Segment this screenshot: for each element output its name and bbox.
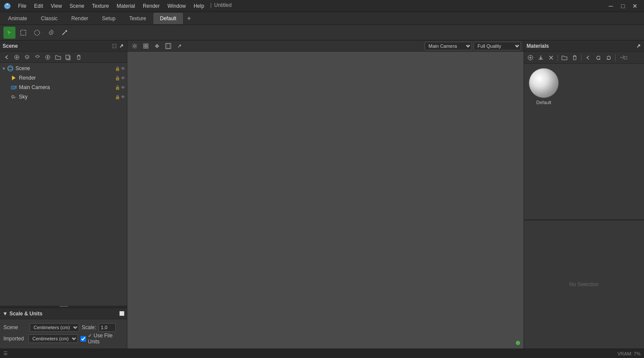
circle-select-tool-btn[interactable] <box>31 27 43 39</box>
tree-expand-scene[interactable]: ▼ <box>2 66 7 71</box>
scale-scene-row: Scene Centimeters (cm) Scale: <box>3 322 123 333</box>
viewport-snap-btn[interactable] <box>141 41 151 51</box>
tab-texture[interactable]: Texture <box>123 13 152 24</box>
menu-edit[interactable]: Edit <box>31 2 46 10</box>
sky-vis-btn[interactable]: 👁 <box>121 95 125 99</box>
tree-item-main-camera[interactable]: ▶ Main Camera 🔒 👁 <box>0 83 127 92</box>
project-title: Untitled <box>214 2 232 10</box>
status-bar: ☰ VRAM: 7% <box>0 349 644 358</box>
material-item-default[interactable]: Default <box>527 66 561 107</box>
svg-point-17 <box>12 87 14 89</box>
menu-view[interactable]: View <box>47 2 65 10</box>
scene-toolbar-add-btn[interactable] <box>12 53 22 62</box>
rect-select-tool-btn[interactable] <box>17 27 29 39</box>
materials-panel-title: Materials <box>527 43 549 49</box>
mat-refresh-btn[interactable] <box>604 53 613 62</box>
tree-item-scene[interactable]: ▼ Scene 🔒 👁 <box>0 64 127 73</box>
scene-toolbar-folder-btn[interactable] <box>53 53 63 62</box>
menu-texture[interactable]: Texture <box>89 2 112 10</box>
minimize-btn[interactable]: ─ <box>605 2 616 10</box>
scene-toolbar-back-btn[interactable] <box>2 53 11 62</box>
menu-material[interactable]: Material <box>113 2 139 10</box>
mat-folder-btn[interactable] <box>560 53 569 62</box>
mat-sep3 <box>615 54 616 61</box>
menu-render[interactable]: Render <box>139 2 163 10</box>
svg-marker-28 <box>599 58 601 59</box>
camera-vis-btn[interactable]: 👁 <box>121 85 125 90</box>
scene-toolbar-layers-btn[interactable] <box>22 53 32 62</box>
camera-icon <box>10 84 17 91</box>
close-btn[interactable]: ✕ <box>629 2 641 10</box>
viewport-status-indicator <box>516 341 520 345</box>
svg-marker-29 <box>607 58 608 59</box>
menu-bar: File Edit View Scene Texture Material Re… <box>15 2 602 10</box>
render-lock-btn[interactable]: 🔒 <box>115 76 120 80</box>
materials-expand-btn[interactable]: ↗ <box>635 43 641 49</box>
scene-panel-expand-btn[interactable] <box>111 43 117 49</box>
tree-label-render: Render <box>19 75 115 81</box>
scene-lock-btn[interactable]: 🔒 <box>115 66 120 71</box>
menu-scene[interactable]: Scene <box>66 2 88 10</box>
mat-x-btn[interactable] <box>546 53 556 62</box>
svg-rect-21 <box>146 44 148 46</box>
statusbar-menu-btn[interactable]: ☰ <box>3 351 8 356</box>
scale-value-input[interactable] <box>99 323 116 332</box>
viewport-layout-btn[interactable] <box>163 41 173 51</box>
camera-lock-btn[interactable]: 🔒 <box>115 85 120 90</box>
scale-scene-unit-select[interactable]: Centimeters (cm) <box>30 323 79 332</box>
scale-units-header[interactable]: ▼ Scale & Units ⬜ <box>0 308 127 319</box>
mat-import-btn[interactable] <box>536 53 545 62</box>
viewport-quality-select[interactable]: Full Quality <box>474 42 521 50</box>
use-file-units-checkbox[interactable] <box>80 336 86 342</box>
left-panel: Scene ↗ <box>0 40 127 349</box>
scene-toolbar-merge-btn[interactable] <box>43 53 52 62</box>
render-vis-btn[interactable]: 👁 <box>121 76 125 80</box>
scene-toolbar-copy-btn[interactable] <box>64 53 73 62</box>
scene-vis-btn[interactable]: 👁 <box>121 66 125 71</box>
mat-reset-btn[interactable] <box>594 53 603 62</box>
maximize-btn[interactable]: □ <box>617 2 629 10</box>
menu-window[interactable]: Window <box>164 2 189 10</box>
mat-delete-btn[interactable] <box>570 53 579 62</box>
mat-back-btn[interactable] <box>583 53 593 62</box>
tree-item-render[interactable]: ▶ Render 🔒 👁 <box>0 73 127 83</box>
tab-setup[interactable]: Setup <box>96 13 122 24</box>
materials-grid: Default <box>524 64 644 219</box>
materials-toolbar: −/◻ <box>524 52 644 64</box>
scene-toolbar-delete-btn[interactable] <box>74 53 83 62</box>
mat-add-btn[interactable] <box>526 53 535 62</box>
mat-sep1 <box>558 54 558 61</box>
mat-ratio-btn[interactable]: −/◻ <box>617 53 630 62</box>
tree-actions-sky: 🔒 👁 <box>115 95 125 99</box>
viewport-camera-select[interactable]: Main Camera <box>425 42 472 50</box>
select-tool-btn[interactable] <box>3 27 15 39</box>
scene-panel-title: Scene <box>3 43 18 49</box>
scale-field-label: Scale: <box>82 324 96 330</box>
material-sphere-default <box>529 68 559 98</box>
viewport: ↗ Main Camera Full Quality <box>127 40 524 349</box>
scale-panel-resize-btn[interactable]: ⬜ <box>119 311 124 316</box>
tab-animate[interactable]: Animate <box>2 13 34 24</box>
tab-default[interactable]: Default <box>154 13 183 24</box>
transform-tool-btn[interactable] <box>59 27 71 39</box>
scene-panel-popout-btn[interactable]: ↗ <box>118 43 124 49</box>
sky-lock-btn[interactable]: 🔒 <box>115 95 120 99</box>
tab-add-btn[interactable]: + <box>184 14 194 23</box>
tab-render[interactable]: Render <box>65 13 95 24</box>
menu-help[interactable]: Help <box>190 2 208 10</box>
viewport-settings-btn[interactable] <box>130 41 139 51</box>
tab-classic[interactable]: Classic <box>34 13 64 24</box>
svg-point-19 <box>134 45 136 47</box>
tree-item-sky[interactable]: ▶ Sky 🔒 👁 <box>0 92 127 102</box>
use-file-units-label[interactable]: ✓ Use File Units <box>80 333 123 345</box>
menu-file[interactable]: File <box>15 2 30 10</box>
viewport-overlay-btn[interactable] <box>152 41 162 51</box>
lasso-select-tool-btn[interactable] <box>45 27 57 39</box>
scale-imported-unit-select[interactable]: Centimeters (cm) <box>28 334 78 343</box>
scene-toolbar-group-btn[interactable] <box>33 53 42 62</box>
mat-sep2 <box>581 54 582 61</box>
svg-marker-3 <box>7 30 12 35</box>
svg-point-9 <box>47 56 49 58</box>
viewport-content[interactable] <box>127 52 524 349</box>
viewport-popout-btn[interactable]: ↗ <box>175 41 184 51</box>
